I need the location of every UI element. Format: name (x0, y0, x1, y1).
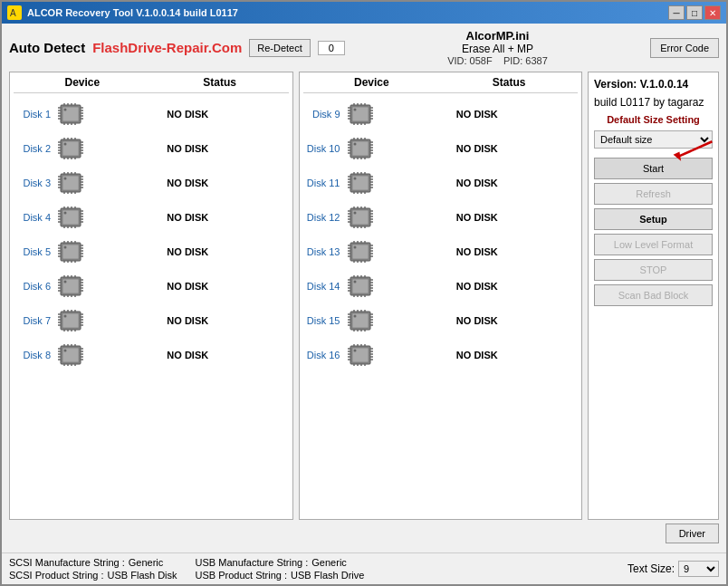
disk-status: NO DISK (377, 350, 579, 360)
usb-product-label: USB Product String : (196, 570, 288, 581)
disk-status: NO DISK (87, 109, 289, 120)
svg-point-22 (64, 109, 67, 111)
table-row: Disk 8 NO DISK (14, 338, 289, 372)
close-button[interactable]: ✕ (704, 5, 721, 20)
svg-point-85 (64, 212, 67, 215)
setup-button[interactable]: Setup (594, 208, 713, 230)
svg-marker-339 (674, 151, 682, 160)
usb-group: USB Manufacture String : Generic USB Pro… (196, 557, 365, 581)
disk-label[interactable]: Disk 1 (14, 109, 54, 120)
svg-point-64 (64, 178, 67, 180)
disk-label[interactable]: Disk 13 (303, 246, 344, 257)
usb-product-value: USB Flash Drive (291, 570, 364, 581)
ini-sub: Erase All + MP (447, 43, 548, 55)
col-status-left: Status (151, 76, 289, 89)
disk-label[interactable]: Disk 11 (303, 178, 344, 188)
svg-point-106 (64, 246, 67, 249)
disk-label[interactable]: Disk 4 (14, 212, 54, 223)
disk-label[interactable]: Disk 2 (14, 143, 54, 154)
disk-chip-icon (54, 273, 87, 300)
disk-chip-icon (54, 169, 87, 197)
table-row: Disk 6 NO DISK (14, 269, 289, 303)
svg-point-211 (353, 143, 356, 146)
top-left: Auto Detect FlashDrive-Repair.Com Re-Det… (9, 39, 345, 57)
disk-panel-right: Device Status Disk 9 NO DISK Disk 10 (299, 72, 583, 520)
title-bar-left: A ALCOR Recovery Tool V.1.0.0.14 build L… (7, 5, 238, 20)
disk-label[interactable]: Disk 3 (14, 178, 54, 188)
disk-chip-icon (54, 204, 87, 231)
maximize-button[interactable]: □ (686, 5, 703, 20)
table-row: Disk 14 NO DISK (303, 269, 579, 303)
svg-line-338 (677, 141, 713, 157)
disk-label[interactable]: Disk 12 (303, 212, 344, 223)
scsi-manufacture-value: Generic (129, 557, 164, 568)
col-status-right: Status (440, 76, 578, 89)
scsi-product-value: USB Flash Disk (108, 570, 177, 581)
stop-button[interactable]: STOP (594, 259, 713, 281)
disk-status: NO DISK (377, 143, 579, 154)
left-disk-list: Disk 1 NO DISK Disk 2 (14, 97, 289, 372)
scsi-product-label: SCSI Product String : (9, 570, 104, 581)
disk-label[interactable]: Disk 14 (303, 281, 344, 292)
disk-label[interactable]: Disk 7 (14, 315, 54, 326)
right-buttons: Start Refresh Setup Low Level Format STO… (594, 158, 713, 514)
scsi-manufacture-item: SCSI Manufacture String : Generic (9, 557, 177, 568)
disk-status: NO DISK (377, 281, 579, 292)
disk-chip-icon (344, 341, 377, 369)
svg-point-253 (353, 212, 356, 215)
svg-point-190 (353, 109, 356, 111)
disk-label[interactable]: Disk 10 (303, 143, 344, 154)
build-text: build L0117 by tagaraz (594, 96, 713, 109)
disk-label[interactable]: Disk 15 (303, 315, 344, 326)
text-size-label: Text Size: (627, 562, 675, 575)
disk-chip-icon (54, 135, 87, 162)
disk-label[interactable]: Disk 8 (14, 350, 54, 360)
low-level-format-button[interactable]: Low Level Format (594, 234, 713, 255)
svg-point-169 (64, 350, 67, 352)
version-text: Version: V.1.0.0.14 (594, 78, 713, 91)
auto-detect-label: Auto Detect (9, 40, 85, 55)
scan-bad-block-button[interactable]: Scan Bad Block (594, 284, 713, 306)
col-device-right: Device (303, 76, 441, 89)
svg-point-148 (64, 315, 67, 318)
disk-status: NO DISK (377, 178, 579, 188)
disk-header-left: Device Status (14, 76, 289, 93)
disk-label[interactable]: Disk 5 (14, 246, 54, 257)
text-size-group: Text Size: 9 (627, 557, 719, 581)
redetect-button[interactable]: Re-Detect (249, 39, 311, 57)
disk-chip-icon (344, 238, 377, 265)
error-code-button[interactable]: Error Code (650, 38, 719, 58)
top-bar: Auto Detect FlashDrive-Repair.Com Re-Det… (9, 29, 719, 66)
svg-point-316 (353, 315, 356, 318)
usb-manufacture-item: USB Manufacture String : Generic (196, 557, 365, 568)
table-row: Disk 13 NO DISK (303, 235, 579, 269)
disk-status: NO DISK (87, 350, 289, 360)
svg-point-232 (353, 178, 356, 180)
table-row: Disk 5 NO DISK (14, 235, 289, 269)
disk-status: NO DISK (87, 178, 289, 188)
disk-label[interactable]: Disk 6 (14, 281, 54, 292)
disk-status: NO DISK (377, 212, 579, 223)
disk-label[interactable]: Disk 9 (303, 109, 344, 120)
ini-title: AlcorMP.ini (447, 29, 548, 43)
driver-button[interactable]: Driver (666, 524, 719, 543)
scsi-manufacture-label: SCSI Manufacture String : (9, 557, 125, 568)
scsi-product-item: SCSI Product String : USB Flash Disk (9, 570, 177, 581)
usb-manufacture-label: USB Manufacture String : (196, 557, 309, 568)
counter-box: 0 (318, 41, 345, 55)
table-row: Disk 16 NO DISK (303, 338, 579, 372)
right-control-panel: Version: V.1.0.0.14 build L0117 by tagar… (588, 72, 719, 520)
disk-status: NO DISK (87, 315, 289, 326)
window-title: ALCOR Recovery Tool V.1.0.0.14 build L01… (27, 7, 238, 18)
disk-status: NO DISK (87, 212, 289, 223)
minimize-button[interactable]: ─ (668, 5, 685, 20)
disk-status: NO DISK (377, 315, 579, 326)
refresh-button[interactable]: Refresh (594, 183, 713, 205)
flashdrive-label: FlashDrive-Repair.Com (92, 40, 242, 55)
disk-label[interactable]: Disk 16 (303, 350, 344, 360)
text-size-select[interactable]: 9 (678, 561, 719, 577)
disks-area: Device Status Disk 1 NO DISK Disk 2 (9, 72, 719, 520)
disk-chip-icon (54, 341, 87, 369)
status-bar: SCSI Manufacture String : Generic SCSI P… (2, 552, 726, 584)
table-row: Disk 10 NO DISK (303, 131, 579, 166)
